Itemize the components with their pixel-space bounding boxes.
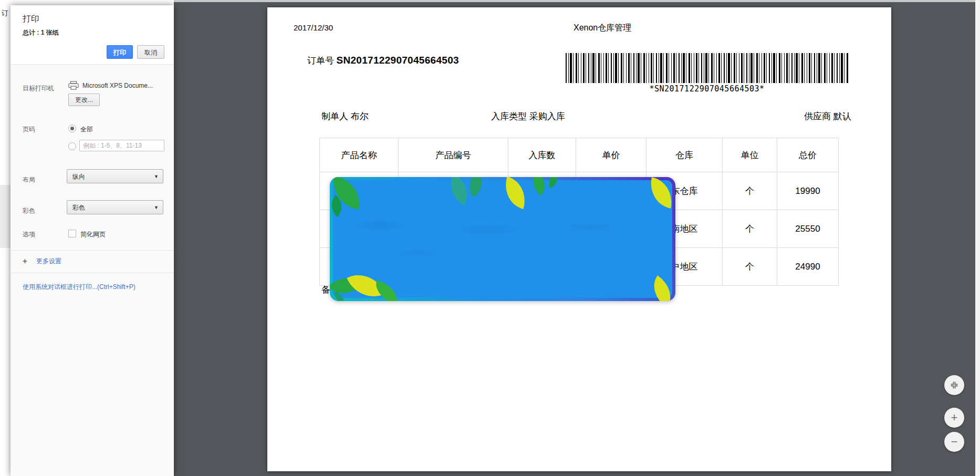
preview-scrollbar[interactable]: [975, 0, 980, 476]
barcode-image: [566, 53, 848, 83]
document-title: Xenon仓库管理: [574, 23, 631, 34]
print-button[interactable]: 打印: [107, 45, 133, 59]
pages-all-label: 全部: [80, 125, 93, 134]
pages-label: 页码: [23, 125, 35, 134]
layout-label: 布局: [23, 175, 35, 184]
table-header-cell: 总价: [777, 138, 839, 172]
chevron-down-icon: ▼: [154, 170, 159, 184]
layout-select[interactable]: 纵向 ▼: [67, 169, 163, 183]
table-header-cell: 入库数: [508, 138, 576, 172]
table-header-cell: 仓库: [647, 138, 723, 172]
printer-icon: [68, 81, 79, 90]
more-settings-link[interactable]: + 更多设置: [23, 256, 61, 266]
pages-range-radio[interactable]: [68, 142, 76, 150]
total-sheets-label: 总计 : 1 张纸: [23, 28, 59, 37]
screen: 订 2017/12/30 Xenon仓库管理 订单号 SN20171229070…: [0, 0, 980, 476]
pages-all-radio[interactable]: [68, 125, 76, 132]
zoom-in-button[interactable]: +: [944, 408, 964, 428]
printer-name: Microsoft XPS Docume...: [82, 82, 168, 89]
system-print-dialog-link[interactable]: 使用系统对话框进行打印...(Ctrl+Shift+P): [23, 283, 135, 292]
layout-select-value: 纵向: [72, 173, 85, 180]
background-page-strip: 订: [0, 0, 11, 476]
order-number-label: 订单号: [307, 56, 334, 66]
simplify-page-checkbox[interactable]: [68, 230, 76, 237]
destination-printer: Microsoft XPS Docume...: [68, 81, 168, 90]
simplify-page-label: 简化网页: [80, 230, 106, 239]
chevron-down-icon: ▼: [154, 201, 159, 215]
table-cell: 个: [723, 210, 777, 248]
preview-top-divider: [174, 0, 980, 2]
document-date: 2017/12/30: [294, 23, 333, 32]
cancel-button[interactable]: 取消: [137, 45, 164, 59]
dialog-title: 打印: [23, 14, 39, 25]
fit-to-page-button[interactable]: [944, 375, 964, 395]
table-header-cell: 产品名称: [320, 138, 399, 172]
print-dialog-header: 打印 总计 : 1 张纸 打印 取消: [11, 5, 174, 65]
background-page-block: [0, 185, 11, 248]
more-settings-label: 更多设置: [36, 257, 61, 265]
order-number-value: SN2017122907045664503: [336, 55, 458, 66]
table-cell: 24990: [777, 248, 839, 286]
pages-range-input[interactable]: [79, 140, 164, 151]
order-number-line: 订单号 SN2017122907045664503: [307, 55, 459, 67]
table-cell: 19990: [777, 172, 839, 210]
table-header-cell: 单位: [723, 138, 777, 172]
table-cell: 25550: [777, 210, 839, 248]
destination-label: 目标打印机: [23, 84, 54, 93]
table-header-cell: 产品编号: [399, 138, 508, 172]
minus-icon: −: [951, 436, 958, 448]
table-cell: 个: [723, 248, 777, 286]
decorative-overlay-fill: [333, 180, 672, 298]
color-select-value: 彩色: [72, 204, 85, 211]
plus-icon: +: [23, 256, 27, 265]
fit-to-page-icon: [949, 380, 960, 390]
plus-icon: +: [951, 412, 958, 423]
decorative-overlay: [330, 177, 675, 301]
color-select[interactable]: 彩色 ▼: [67, 200, 163, 214]
color-label: 彩色: [23, 206, 35, 215]
barcode-caption: *SN2017122907045664503*: [566, 84, 848, 94]
change-printer-button[interactable]: 更改...: [68, 94, 100, 106]
table-header-row: 产品名称 产品编号 入库数 单价 仓库 单位 总价: [320, 138, 839, 172]
meta-creator: 制单人 布尔: [321, 110, 369, 122]
print-dialog: 打印 总计 : 1 张纸 打印 取消 目标打印机 Microsoft XPS D…: [11, 5, 174, 476]
meta-inbound-type: 入库类型 采购入库: [491, 110, 565, 122]
table-cell: 个: [723, 172, 777, 210]
divider: [11, 273, 174, 273]
background-page-text: 订: [2, 8, 8, 18]
remarks-label: 备: [321, 284, 330, 296]
meta-supplier: 供应商 默认: [804, 110, 851, 122]
zoom-out-button[interactable]: −: [944, 432, 964, 452]
table-header-cell: 单价: [576, 138, 647, 172]
options-label: 选项: [23, 230, 35, 239]
divider: [11, 250, 174, 251]
